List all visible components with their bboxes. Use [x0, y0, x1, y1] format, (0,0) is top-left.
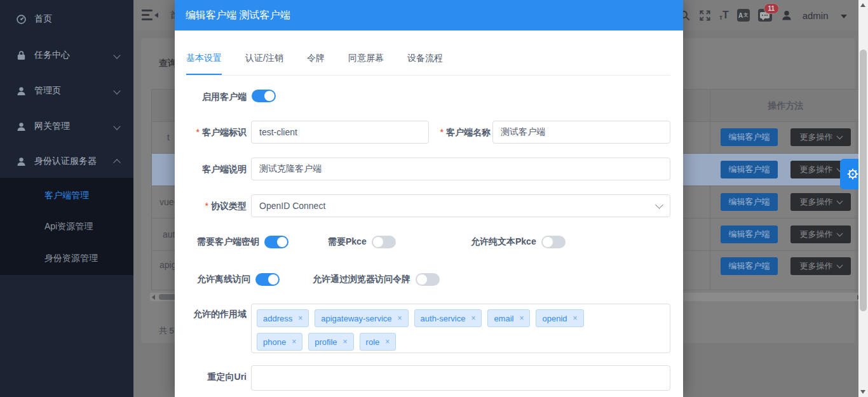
- sidebar-item-admin-pages[interactable]: 管理页: [0, 81, 133, 100]
- tab-consent-screen[interactable]: 同意屏幕: [348, 53, 384, 75]
- cell-client-id: t: [167, 132, 170, 142]
- sidebar-item-identity-resources[interactable]: 身份资源管理: [44, 252, 98, 265]
- scope-tag: openid×: [536, 309, 583, 327]
- tab-auth-logout[interactable]: 认证/注销: [245, 53, 283, 75]
- protocol-label: 协议类型: [175, 201, 247, 212]
- plain-pkce-group: 允许纯文本Pkce: [471, 236, 566, 248]
- vertical-scrollbar[interactable]: [858, 0, 868, 397]
- chevron-down-icon: [113, 87, 120, 94]
- lock-icon: [16, 50, 27, 61]
- close-icon[interactable]: ×: [385, 337, 390, 346]
- fullscreen-icon[interactable]: [699, 10, 711, 22]
- notification-badge: 11: [764, 3, 779, 14]
- require-pkce-group: 需要Pkce: [328, 236, 396, 248]
- chevron-up-icon: [113, 159, 120, 166]
- edit-client-button[interactable]: 编辑客户端: [721, 128, 778, 146]
- close-icon[interactable]: ×: [471, 314, 475, 323]
- client-id-input[interactable]: [251, 121, 429, 144]
- close-icon[interactable]: ×: [573, 314, 578, 323]
- messages-icon[interactable]: 11: [758, 9, 772, 22]
- user-icon: [16, 86, 27, 97]
- collapse-menu-icon[interactable]: [142, 10, 158, 21]
- chevron-down-icon: [836, 133, 843, 140]
- client-desc-input[interactable]: [251, 158, 670, 180]
- offline-access-switch[interactable]: [255, 273, 280, 286]
- scope-tag: apigateway-service×: [315, 309, 408, 327]
- edit-client-button[interactable]: 编辑客户端: [721, 225, 778, 243]
- scroll-left-icon[interactable]: [152, 295, 155, 300]
- require-pkce-label: 需要Pkce: [328, 236, 367, 248]
- client-name-input[interactable]: [492, 121, 670, 144]
- enable-client-switch[interactable]: [252, 90, 276, 102]
- more-actions-button[interactable]: 更多操作: [790, 128, 851, 146]
- scope-tags: address× apigateway-service× auth-servic…: [252, 304, 618, 356]
- chevron-down-icon: [836, 198, 843, 205]
- sidebar-item-api-resources[interactable]: Api资源管理: [44, 220, 93, 233]
- sidebar-item-label: 首页: [34, 13, 52, 25]
- sidebar-item-home[interactable]: 首页: [0, 10, 133, 29]
- tab-device-flow[interactable]: 设备流程: [407, 53, 443, 75]
- require-secret-label: 需要客户端密钥: [197, 236, 259, 248]
- scope-tag: role×: [360, 333, 397, 351]
- require-secret-switch[interactable]: [264, 236, 288, 248]
- scope-tag: profile×: [308, 333, 353, 351]
- dashboard-icon: [16, 14, 27, 25]
- font-size-icon[interactable]: тT: [719, 10, 729, 21]
- chevron-down-icon: [655, 201, 663, 209]
- sidebar-item-label: 网关管理: [34, 121, 70, 132]
- tab-token[interactable]: 令牌: [307, 53, 325, 75]
- browser-token-label: 允许通过浏览器访问令牌: [313, 274, 410, 285]
- sidebar-submenu: 客户端管理 Api资源管理 身份资源管理: [0, 178, 133, 275]
- client-id-label: 客户端标识: [175, 127, 247, 138]
- close-icon[interactable]: ×: [292, 337, 296, 346]
- scope-tag: email×: [487, 309, 530, 327]
- sidebar-item-gateway[interactable]: 网关管理: [0, 117, 133, 136]
- user-icon: [16, 156, 27, 167]
- require-secret-group: 需要客户端密钥: [197, 236, 288, 248]
- scroll-down-icon[interactable]: [860, 390, 865, 394]
- sidebar-item-label: 身份认证服务器: [34, 156, 97, 167]
- modal-tabs: 基本设置 认证/注销 令牌 同意屏幕 设备流程: [186, 53, 670, 76]
- protocol-select[interactable]: OpenID Connect: [251, 194, 670, 217]
- protocol-value: OpenID Connect: [259, 201, 325, 211]
- enable-client-label: 启用客户端: [175, 91, 247, 103]
- edit-client-button[interactable]: 编辑客户端: [721, 257, 778, 275]
- scope-tag: auth-service×: [414, 309, 482, 327]
- more-actions-button[interactable]: 更多操作: [790, 193, 851, 211]
- modal-header: 编辑客户端 测试客户端: [175, 0, 683, 30]
- close-icon[interactable]: ×: [398, 314, 402, 323]
- edit-client-button[interactable]: 编辑客户端: [721, 161, 778, 178]
- close-icon[interactable]: ×: [298, 314, 302, 323]
- browser-token-group: 允许通过浏览器访问令牌: [313, 273, 440, 286]
- close-icon[interactable]: ×: [343, 337, 348, 346]
- close-icon[interactable]: ×: [519, 314, 524, 323]
- offline-access-label: 允许离线访问: [197, 274, 250, 285]
- column-header-operations: 操作方法: [710, 100, 862, 112]
- redirect-uri-input[interactable]: [251, 365, 670, 391]
- client-desc-label: 客户端说明: [175, 164, 247, 175]
- browser-token-switch[interactable]: [416, 273, 440, 286]
- sidebar-item-identity-server[interactable]: 身份认证服务器: [0, 152, 133, 171]
- sidebar-item-tasks[interactable]: 任务中心: [0, 46, 133, 65]
- translate-icon[interactable]: A文: [737, 9, 750, 22]
- scopes-field[interactable]: address× apigateway-service× auth-servic…: [251, 304, 670, 353]
- plain-pkce-switch[interactable]: [541, 236, 566, 248]
- user-menu-caret-icon[interactable]: [841, 15, 847, 18]
- edit-client-button[interactable]: 编辑客户端: [721, 193, 778, 211]
- more-actions-button[interactable]: 更多操作: [790, 225, 851, 243]
- user-avatar[interactable]: [780, 9, 793, 22]
- modal-title: 编辑客户端 测试客户端: [186, 9, 290, 22]
- offline-access-group: 允许离线访问: [197, 273, 280, 286]
- require-pkce-switch[interactable]: [372, 236, 396, 248]
- scope-tag: address×: [257, 309, 309, 327]
- username[interactable]: admin: [803, 10, 829, 21]
- more-actions-button[interactable]: 更多操作: [790, 257, 851, 275]
- tab-basic-settings[interactable]: 基本设置: [186, 53, 222, 75]
- scopes-label: 允许的作用域: [175, 309, 247, 320]
- edit-client-modal: 编辑客户端 测试客户端 基本设置 认证/注销 令牌 同意屏幕 设备流程 启用客户…: [175, 0, 683, 397]
- sidebar-item-client-management[interactable]: 客户端管理: [44, 189, 89, 202]
- scrollbar-thumb[interactable]: [860, 50, 867, 311]
- chevron-down-icon: [113, 51, 120, 58]
- scroll-up-icon[interactable]: [860, 3, 865, 7]
- scope-tag: phone×: [257, 333, 302, 351]
